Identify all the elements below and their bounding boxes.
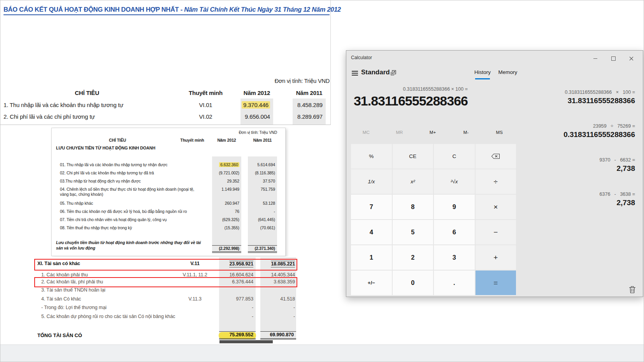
clear-entry-button[interactable]: CE (393, 144, 433, 169)
table-row: XI. Tài sản có khác V.11 23.958.921 18.0… (33, 261, 302, 267)
assets-total-label: TỔNG TÀI SẢN CÓ (37, 332, 82, 338)
history-entry[interactable]: 0.3183116555288366 × 100 = 31.8311655528… (518, 90, 635, 105)
close-button[interactable] (622, 54, 640, 62)
digit-5-button[interactable]: 5 (393, 220, 433, 244)
maximize-icon (611, 56, 616, 61)
keep-on-top-icon (391, 70, 396, 76)
add-button[interactable]: + (476, 245, 516, 270)
subtract-button[interactable]: − (476, 220, 516, 244)
mode-title: Standard (361, 69, 390, 76)
column-header-note: Thuyết minh (169, 138, 216, 142)
history-entry[interactable]: 23959 ÷ 75269 = 0.3183116555288366 (518, 123, 635, 139)
memory-button-row: MC MR M+ M- MS (349, 128, 516, 137)
digit-6-button[interactable]: 6 (434, 220, 475, 244)
digit-1-button[interactable]: 1 (351, 245, 392, 270)
column-header-note: Thuyết minh (174, 90, 238, 96)
assets-total-2011: 69.990.870 (260, 331, 296, 339)
unit-label: Đơn vị tính: Triệu VND (275, 78, 330, 84)
column-header-2011: Năm 2011 (293, 90, 326, 96)
unit-label: Đơn vị tính: Triệu VND (239, 130, 277, 135)
table-row: 4. Tài sản Có khác V.11.3 977.853 41.518 (33, 296, 302, 303)
report-title-main: BÁO CÁO KẾT QUẢ HOẠT ĐỘNG KINH DOANH HỢP… (4, 6, 179, 13)
divide-button[interactable]: ÷ (476, 169, 516, 194)
history-entry[interactable]: 6376 - 3638 = 2,738 (518, 192, 635, 207)
cashflow-total-2011: (2.371.340) (248, 245, 277, 253)
clear-history-button[interactable] (629, 286, 636, 295)
trash-icon (629, 286, 636, 293)
tab-memory[interactable]: Memory (496, 69, 520, 75)
column-header-2012: Năm 2012 (240, 90, 273, 96)
table-row: 1. Các khoản phải thu V.11.1, 11.2 16.60… (33, 272, 302, 279)
multiply-button[interactable]: × (476, 195, 516, 219)
assets-total-2012: 75.269.552 (219, 331, 256, 339)
bottom-panel (0, 344, 644, 362)
income-statement-snippet: BÁO CÁO KẾT QUẢ HOẠT ĐỘNG KINH DOANH HỢP… (0, 0, 331, 125)
table-row: - Trong đó: Lợi thế thương mại - - (33, 305, 302, 311)
digit-7-button[interactable]: 7 (351, 195, 392, 219)
digit-9-button[interactable]: 9 (434, 195, 475, 219)
digit-8-button[interactable]: 8 (393, 195, 433, 219)
cashflow-statement-snippet: Đơn vị tính: Triệu VND CHỈ TIÊU Thuyết m… (51, 128, 286, 256)
column-header-2011: Năm 2011 (248, 138, 277, 142)
column-header-item: CHỈ TIÊU (0, 90, 174, 96)
equals-button[interactable]: = (476, 271, 516, 295)
close-icon (629, 56, 633, 61)
percent-button[interactable]: % (351, 144, 392, 169)
column-header-item: CHỈ TIÊU (86, 138, 149, 142)
menu-icon[interactable] (352, 71, 358, 76)
table-row: 2. Chi phí lãi và các chi phí tương tự V… (0, 113, 330, 122)
minimize-icon (593, 58, 597, 59)
screenshot-root: BÁO CÁO KẾT QUẢ HOẠT ĐỘNG KINH DOANH HỢP… (0, 0, 644, 362)
keypad: % CE C 1/x x² ²√x ÷ 7 8 9 × 4 5 6 − 1 2 … (351, 144, 516, 295)
table-row: 5. Các khoản dự phòng rủi ro cho các tài… (33, 314, 302, 320)
reciprocal-button[interactable]: 1/x (351, 169, 392, 194)
decimal-button[interactable]: . (434, 271, 475, 295)
other-assets-snippet: XI. Tài sản có khác V.11 23.958.921 18.0… (33, 257, 302, 344)
report-title-fiscal-year: Năm Tài Chính Kết Thúc Ngày 31 Tháng 12 … (184, 6, 341, 13)
clear-button[interactable]: C (434, 144, 475, 169)
minimize-button[interactable] (586, 54, 604, 62)
tab-history[interactable]: History (469, 69, 496, 75)
memory-store-button[interactable]: MS (483, 128, 516, 137)
square-root-button[interactable]: ²√x (434, 169, 475, 194)
plus-minus-button[interactable]: +/− (351, 271, 392, 295)
table-row: 3. Tài sản thuế TNDN hoãn lại (33, 287, 302, 294)
cashflow-total-label: Lưu chuyển tiền thuần từ hoạt động kinh … (56, 240, 204, 251)
memory-clear-button[interactable]: MC (349, 128, 383, 137)
square-button[interactable]: x² (393, 169, 433, 194)
backspace-icon (491, 153, 500, 159)
calculator-window: Calculator Standard History Memory 0.318… (346, 50, 643, 297)
digit-4-button[interactable]: 4 (351, 220, 392, 244)
scrollbar-thumb[interactable] (219, 340, 273, 343)
highlight-marker: 9.370.446 (242, 101, 270, 109)
memory-recall-button[interactable]: MR (383, 128, 416, 137)
memory-subtract-button[interactable]: M- (449, 128, 483, 137)
column-header-2012: Năm 2012 (212, 138, 241, 142)
digit-2-button[interactable]: 2 (393, 245, 433, 270)
tab-history-underline (475, 78, 490, 79)
highlight-marker: 6.632.360 (219, 162, 239, 167)
backspace-button[interactable] (476, 144, 516, 169)
display-result: 31.83116555288366 (349, 93, 468, 109)
keep-on-top-button[interactable] (391, 70, 396, 77)
digit-0-button[interactable]: 0 (393, 271, 433, 295)
maximize-button[interactable] (604, 54, 622, 62)
cashflow-total-2012: (2.292.998) (212, 245, 241, 253)
table-row: 2. Các khoản lãi, phí phải thu 6.376.444… (33, 279, 302, 286)
table-row: 1. Thu nhập lãi và các khoản thu nhập tư… (0, 102, 330, 110)
memory-add-button[interactable]: M+ (416, 128, 449, 137)
window-title: Calculator (351, 55, 372, 60)
digit-3-button[interactable]: 3 (434, 245, 475, 270)
display-expression: 0.3183116555288366 × 100 = (349, 86, 468, 92)
history-entry[interactable]: 9370 - 6632 = 2,738 (518, 157, 635, 173)
report-title: BÁO CÁO KẾT QUẢ HOẠT ĐỘNG KINH DOANH HỢP… (4, 6, 330, 15)
section-title: LƯU CHUYỂN TIỀN TỪ HOẠT ĐỘNG KINH DOANH (56, 146, 155, 150)
